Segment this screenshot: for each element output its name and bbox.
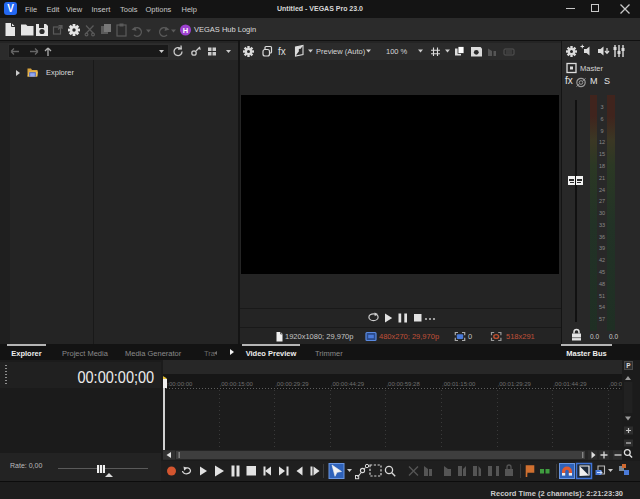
svg-text:fx: fx [278,46,286,57]
svg-text:H: H [183,26,188,35]
